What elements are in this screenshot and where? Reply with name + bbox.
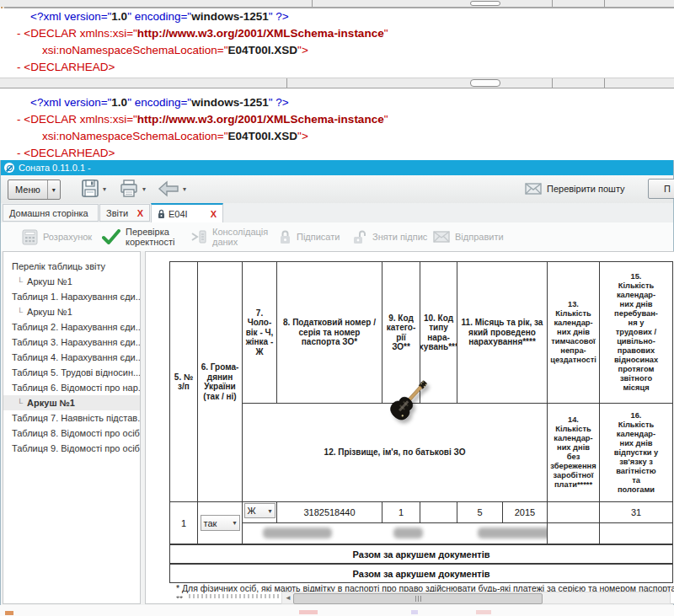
calculate-label: Розрахунок [43,232,92,242]
sidebar-item-table4[interactable]: Таблиця 4. Нарахування єди... [3,350,140,365]
check-mail-button[interactable]: Перевірити пошту [525,183,625,195]
xml-declarhead-line: - <DECLARHEAD> [0,145,674,160]
totals-label: Разом за аркушем документів [353,549,490,560]
remove-signature-button[interactable]: Зняти підпис [353,224,427,249]
sidebar-item-sheet1[interactable]: └Аркуш №1 [3,304,140,319]
tab-label: E04I [168,209,188,219]
save-button[interactable]: ▾ [81,179,106,199]
cell-category-code[interactable]: 1 [382,502,420,523]
window-title: Соната 0.11.0.1 - [19,163,91,173]
sidebar-item-label: Таблиця 9. Відомості про осіб... [12,443,141,453]
floppy-icon [81,179,99,199]
cell-days-14[interactable] [548,523,600,544]
header-text: 14. Кількість календар- них днів без збе… [550,415,596,490]
background-window-scrollbar-top[interactable] [0,0,674,8]
sidebar-item-label: Таблиця 1. Нарахування єди... [12,292,141,302]
cell-tax-number[interactable]: 3182518440 [277,502,382,523]
remove-signature-label: Зняти підпис [372,232,427,242]
envelope-icon [433,231,450,243]
lock-open-icon [353,229,367,244]
printer-icon [119,179,139,199]
tab-e04i[interactable]: E04I X [151,203,223,222]
cell-month[interactable]: 5 [457,502,503,523]
cell-year[interactable]: 2015 [503,502,548,523]
sidebar-item-sheet1[interactable]: └Аркуш №1 [3,274,140,289]
cell-row-number: 1 [170,502,198,544]
sidebar-item-table3[interactable]: Таблиця 3. Нарахування єди... [3,335,140,350]
print-button[interactable]: ▾ [119,179,146,199]
back-button[interactable]: ▾ [158,179,186,199]
send-button[interactable]: Відправити [433,224,504,249]
sidebar-item-table5[interactable]: Таблиця 5. Трудові відносин... [3,365,140,380]
scrollbar-tick [604,0,605,7]
header-col7: 7. Чоло- вік - Ч, жінка - Ж [243,262,277,404]
sidebar-item-label: Аркуш №1 [27,398,75,408]
menubar: Меню ▾ ▾ [1,175,673,204]
header-col14: 14. Кількість календар- них днів без збе… [548,404,600,502]
sidebar-item-sheet1-selected[interactable]: └Аркуш №1 [3,395,140,410]
calculator-icon [22,229,38,245]
consolidate-button[interactable]: Консолідація даних [190,224,268,249]
titlebar[interactable]: Соната 0.11.0.1 - [1,160,673,175]
cell-days-16[interactable] [600,523,673,544]
citizen-dropdown[interactable]: так▾ [201,515,240,531]
check-correctness-button[interactable]: Перевірка коректності [102,224,174,249]
xml-attr: "> [297,44,308,56]
guitar-cursor-icon [384,373,431,432]
sidebar-item-table2[interactable]: Таблиця 2. Нарахування єди... [3,319,140,335]
close-icon[interactable]: X [137,208,143,218]
scrollbar-tick [312,0,313,7]
xml-prolog-line: <?xml version="1.0" encoding="windows-12… [0,94,674,111]
header-col8: 8. Податковий номер / серія та номер пас… [277,262,382,404]
bottom-edge-strip [0,605,674,616]
totals-label: Разом за аркушем документів [353,569,490,579]
cell-full-name-redacted[interactable] [243,523,548,544]
consolidate-label: Консолідація даних [212,227,268,247]
cell-accrual-type[interactable] [420,502,457,523]
sidebar-item-table6[interactable]: Таблиця 6. Відомості про нар... [3,380,140,395]
close-icon[interactable]: X [211,209,217,219]
header-text: 13. Кількість календар- них днів тимчасо… [550,300,596,365]
menu-button[interactable]: Меню ▾ [8,179,61,200]
tab-bar: Домашня сторінка Звіти X E04I X [1,203,673,222]
cell-days-13[interactable] [548,502,600,523]
gender-dropdown[interactable]: Ж▾ [244,503,275,518]
sidebar-item-label: Аркуш №1 [27,276,72,287]
scrollbar-thumb[interactable] [470,79,500,87]
scrollbar-thumb[interactable] [293,593,543,604]
tab-reports[interactable]: Звіти X [99,204,150,222]
xml-text: " encoding=" [127,10,191,23]
xml-tag: - <DECLARHEAD> [17,147,115,159]
sidebar-item-label: Таблиця 8. Відомості про осіб... [12,428,141,438]
horizontal-scrollbar[interactable]: ◄ [281,592,671,604]
tab-home[interactable]: Домашня сторінка [3,204,99,222]
sidebar-item-table8[interactable]: Таблиця 8. Відомості про осіб... [3,426,140,441]
check-correctness-label: Перевірка коректності [126,227,174,247]
cutoff-right-button[interactable]: П [648,179,674,199]
calculate-button[interactable]: Розрахунок [22,224,92,249]
header-text: 11. Місяць та рік, за який проведено нар… [462,318,543,347]
sidebar-item-table9[interactable]: Таблиця 9. Відомості про осіб... [3,441,140,456]
xml-xsd-value: E04T00I.XSD [228,44,298,56]
redacted-firstname [393,528,423,538]
sidebar-item-label: Таблиця 7. Наявність підстав... [12,413,141,423]
header-text: 8. Податковий номер / серія та номер пас… [283,318,376,347]
scrollbar-tick [604,78,605,88]
sidebar-item-table7[interactable]: Таблиця 7. Наявність підстав... [3,410,140,426]
send-label: Відправити [455,232,504,242]
header-text: 6. Грома- дянин України (так / ні) [201,362,239,401]
scroll-left-arrow[interactable]: ◄ [282,592,294,603]
header-text: 16. Кількість календар- них днів відпуст… [614,411,659,495]
scrollbar-thumb[interactable] [470,1,500,6]
xml-url-value: http://www.w3.org/2001/XMLSchema-instanc… [137,113,384,126]
sidebar-item-table1[interactable]: Таблиця 1. Нарахування єди... [3,289,140,304]
xml-window-scrollbar[interactable] [0,78,674,89]
totals-row-1: Разом за аркушем документів [170,544,673,564]
chevron-down-icon: ▾ [142,185,146,193]
days15-value: 31 [631,507,641,517]
lock-closed-icon [279,229,292,244]
cutoff-right-button-label: П [664,184,671,194]
sign-button[interactable]: Підписати [279,224,340,249]
header-text: 10. Код типу нара- хувань*** [420,313,457,352]
cell-days-15[interactable]: 31 [600,502,673,523]
